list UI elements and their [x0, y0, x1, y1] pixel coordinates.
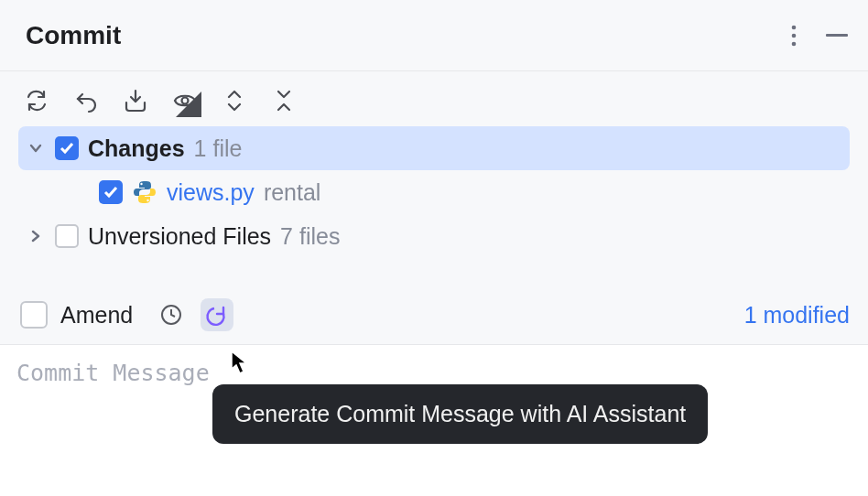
- commit-message-placeholder: Commit Message: [0, 360, 868, 386]
- minimize-icon[interactable]: [826, 34, 848, 37]
- svg-point-2: [792, 41, 797, 46]
- unversioned-group-row[interactable]: Unversioned Files 7 files: [18, 214, 850, 258]
- file-path: rental: [264, 179, 321, 206]
- panel-title: Commit: [26, 21, 121, 50]
- amend-row: Amend 1 modified: [0, 258, 868, 331]
- panel-header: Commit: [0, 0, 868, 71]
- collapse-all-icon[interactable]: [271, 88, 297, 113]
- tooltip: Generate Commit Message with AI Assistan…: [212, 384, 708, 444]
- svg-marker-8: [232, 351, 246, 373]
- preview-icon[interactable]: [172, 88, 198, 113]
- amend-label: Amend: [60, 302, 133, 329]
- unversioned-count: 7 files: [280, 223, 340, 250]
- changes-count: 1 file: [194, 135, 243, 162]
- python-file-icon: [132, 179, 157, 205]
- svg-point-1: [792, 33, 797, 38]
- shelve-icon[interactable]: [123, 88, 148, 113]
- changes-label: Changes: [88, 135, 185, 162]
- expand-all-icon[interactable]: [222, 88, 247, 113]
- svg-point-5: [140, 183, 142, 185]
- ai-assistant-icon[interactable]: [201, 298, 233, 331]
- tooltip-text: Generate Commit Message with AI Assistan…: [234, 401, 686, 426]
- svg-point-0: [792, 25, 797, 29]
- history-icon[interactable]: [155, 298, 188, 331]
- unversioned-label: Unversioned Files: [88, 223, 271, 250]
- file-row[interactable]: views.py rental: [18, 170, 850, 214]
- header-actions: [786, 23, 848, 49]
- amend-checkbox[interactable]: [20, 301, 48, 329]
- file-name: views.py: [167, 179, 255, 206]
- unversioned-checkbox[interactable]: [55, 224, 79, 248]
- changes-group-row[interactable]: Changes 1 file: [18, 126, 850, 170]
- modified-count[interactable]: 1 modified: [744, 302, 850, 329]
- changes-tree: Changes 1 file views.py rental Unversion…: [0, 126, 868, 258]
- svg-point-6: [146, 199, 148, 201]
- file-checkbox[interactable]: [99, 180, 123, 204]
- svg-marker-4: [176, 92, 201, 117]
- rollback-icon[interactable]: [73, 88, 99, 113]
- mouse-cursor-icon: [231, 350, 251, 374]
- changes-checkbox[interactable]: [55, 136, 79, 160]
- refresh-icon[interactable]: [24, 88, 49, 113]
- toolbar: [0, 71, 868, 126]
- chevron-right-icon[interactable]: [26, 228, 46, 244]
- more-options-icon[interactable]: [786, 23, 802, 49]
- chevron-down-icon[interactable]: [26, 140, 46, 156]
